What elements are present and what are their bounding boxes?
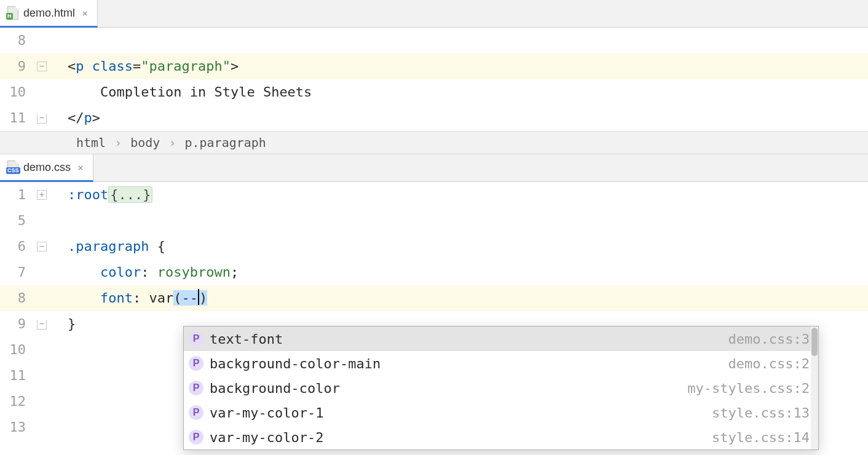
property-icon: P [189, 331, 203, 346]
html-editor[interactable]: 8 9 − <p class="paragraph"> 10 Completio… [0, 28, 868, 131]
code-line-active[interactable]: font: var(--) [68, 285, 868, 311]
gutter-fold[interactable]: − [37, 53, 68, 79]
line-number: 8 [0, 285, 37, 311]
scrollbar-thumb[interactable] [811, 328, 818, 356]
gutter-fold[interactable]: − [37, 311, 68, 337]
property-icon: P [189, 430, 203, 445]
line-number: 11 [0, 363, 37, 389]
gutter-fold [37, 28, 68, 53]
fold-minus-icon[interactable]: − [37, 242, 47, 251]
line-number: 12 [0, 389, 37, 414]
css-file-icon: CSS [7, 160, 18, 174]
property-icon: P [189, 405, 203, 420]
code-line[interactable]: <p class="paragraph"> [68, 53, 868, 79]
chevron-right-icon: › [168, 135, 176, 150]
code-line[interactable] [68, 28, 868, 53]
line-number: 9 [0, 311, 37, 337]
property-icon: P [189, 356, 203, 371]
completion-item[interactable]: Pbackground-color-maindemo.css:2 [184, 351, 818, 376]
completion-item[interactable]: Ptext-fontdemo.css:3 [184, 326, 818, 351]
completion-location: demo.css:2 [728, 356, 810, 371]
completion-popup: Ptext-fontdemo.css:3Pbackground-color-ma… [183, 326, 819, 450]
code-line[interactable]: :root{...} [68, 182, 868, 208]
gutter-fold[interactable]: + [37, 182, 68, 208]
code-line[interactable]: </p> [68, 105, 868, 131]
line-number: 10 [0, 337, 37, 363]
property-icon: P [189, 381, 203, 395]
completion-item[interactable]: Pbackground-colormy-styles.css:2 [184, 376, 818, 400]
breadcrumb-item[interactable]: body [130, 135, 160, 150]
line-number: 13 [0, 414, 37, 440]
fold-end-icon[interactable]: − [37, 114, 47, 124]
close-icon[interactable]: × [76, 162, 85, 173]
tab-demo-css[interactable]: CSS demo.css × [0, 154, 93, 182]
code-line[interactable]: Completion in Style Sheets [68, 79, 868, 105]
line-number: 7 [0, 259, 37, 285]
css-tabbar: CSS demo.css × [0, 154, 868, 182]
gutter-fold [37, 259, 68, 285]
completion-item[interactable]: Pvar-my-color-1style.css:13 [184, 400, 818, 425]
breadcrumb-item[interactable]: p.paragraph [184, 135, 266, 150]
fold-plus-icon[interactable]: + [37, 190, 47, 200]
line-number: 8 [0, 28, 37, 53]
completion-name: background-color-main [210, 356, 722, 371]
gutter-fold [37, 79, 68, 105]
html-file-icon: H [7, 6, 18, 20]
breadcrumb: html › body › p.paragraph [0, 131, 868, 154]
line-number: 5 [0, 208, 37, 234]
gutter-fold [37, 285, 68, 311]
breadcrumb-item[interactable]: html [76, 135, 106, 150]
html-tabbar: H demo.html × [0, 0, 868, 28]
close-icon[interactable]: × [80, 7, 90, 19]
scrollbar[interactable] [811, 326, 818, 449]
line-number: 10 [0, 79, 37, 105]
completion-name: background-color [210, 381, 681, 396]
completion-location: style.css:13 [712, 405, 810, 421]
tab-filename: demo.html [23, 7, 75, 20]
completion-location: my-styles.css:2 [687, 381, 810, 396]
chevron-right-icon: › [114, 135, 122, 150]
completion-name: var-my-color-2 [210, 430, 706, 445]
code-line[interactable]: .paragraph { [68, 234, 868, 259]
line-number: 11 [0, 105, 37, 131]
tab-filename: demo.css [23, 161, 71, 174]
code-line[interactable]: color: rosybrown; [68, 259, 868, 285]
code-line[interactable] [68, 208, 868, 234]
folded-region[interactable]: {...} [108, 186, 152, 203]
gutter-fold[interactable]: − [37, 105, 68, 131]
completion-item[interactable]: Pvar-my-color-2style.css:14 [184, 425, 818, 449]
tab-demo-html[interactable]: H demo.html × [0, 0, 98, 28]
completion-name: var-my-color-1 [210, 405, 706, 421]
gutter-fold[interactable]: − [37, 234, 68, 259]
fold-end-icon[interactable]: − [37, 320, 47, 330]
line-number: 9 [0, 53, 37, 79]
completion-location: style.css:14 [712, 430, 810, 445]
line-number: 1 [0, 182, 37, 208]
line-number: 6 [0, 234, 37, 259]
fold-minus-icon[interactable]: − [37, 61, 47, 71]
completion-location: demo.css:3 [728, 331, 810, 347]
completion-name: text-font [210, 331, 722, 347]
gutter-fold [37, 208, 68, 234]
